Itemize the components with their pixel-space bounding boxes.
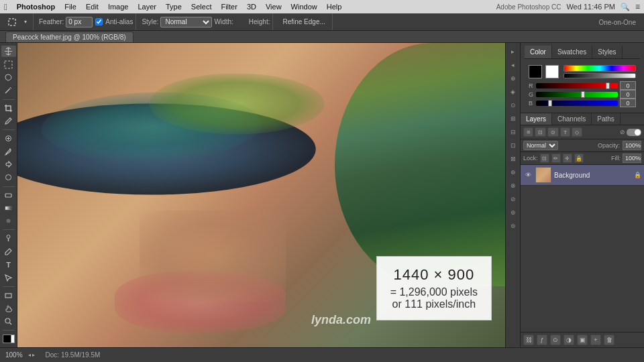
background-color-big[interactable] xyxy=(545,65,559,78)
new-fill-layer-btn[interactable]: ◑ xyxy=(564,335,574,345)
shape-tool[interactable] xyxy=(1,290,16,301)
style-select[interactable]: Normal Fixed Ratio Fixed Size xyxy=(160,17,212,27)
text-tool[interactable]: T xyxy=(1,259,16,270)
crop-tool[interactable] xyxy=(1,102,16,113)
r-slider-thumb[interactable] xyxy=(606,82,610,89)
tool-option-btn[interactable]: ▾ xyxy=(21,15,30,29)
delete-layer-btn[interactable]: 🗑 xyxy=(604,335,614,345)
anti-alias-checkbox[interactable] xyxy=(96,18,103,25)
link-layers-btn[interactable]: ⛓ xyxy=(523,335,534,345)
pen-tool[interactable] xyxy=(1,246,16,257)
menu-help[interactable]: Help xyxy=(323,0,346,13)
b-slider-track[interactable] xyxy=(536,101,618,106)
menu-image[interactable]: Image xyxy=(104,0,133,13)
menu-filter[interactable]: Filter xyxy=(217,0,241,13)
menu-photoshop[interactable]: Photoshop xyxy=(13,0,59,13)
lock-transparent-btn[interactable]: ⊡ xyxy=(540,154,549,163)
lasso-tool[interactable] xyxy=(1,72,16,83)
status-next-arrow[interactable]: ▸ xyxy=(32,352,35,358)
layer-filter-pixel[interactable]: ⊡ xyxy=(535,127,546,137)
tab-color[interactable]: Color xyxy=(525,46,552,58)
mini-btn-3[interactable]: ⊕ xyxy=(507,72,519,84)
b-value-input[interactable] xyxy=(620,99,636,107)
mini-btn-13[interactable]: ⊚ xyxy=(507,206,519,219)
tab-swatches[interactable]: Swatches xyxy=(552,46,592,58)
mini-btn-12[interactable]: ⊘ xyxy=(507,193,519,205)
g-value-input[interactable] xyxy=(620,90,636,99)
hand-tool[interactable] xyxy=(1,302,16,314)
lock-position-btn[interactable]: ✛ xyxy=(563,154,572,163)
mini-btn-14[interactable]: ⊜ xyxy=(507,220,519,232)
search-icon[interactable]: 🔍 xyxy=(621,3,630,11)
mini-btn-11[interactable]: ⊗ xyxy=(507,180,519,192)
feather-input[interactable] xyxy=(66,17,93,27)
menu-select[interactable]: Select xyxy=(187,0,216,13)
lock-image-btn[interactable]: ✏ xyxy=(551,154,561,163)
menu-window[interactable]: Window xyxy=(287,0,321,13)
layer-kind-filter[interactable]: ≡ xyxy=(523,127,533,137)
layer-background-item[interactable]: 👁 Background 🔒 xyxy=(521,165,644,186)
eraser-tool[interactable] xyxy=(1,189,16,200)
layer-filter-adj[interactable]: ⊙ xyxy=(547,127,559,137)
gradient-tool[interactable] xyxy=(1,202,16,214)
menu-edit[interactable]: Edit xyxy=(82,0,103,13)
tab-channels[interactable]: Channels xyxy=(552,113,592,125)
mini-btn-6[interactable]: ⊞ xyxy=(507,113,519,125)
mini-btn-5[interactable]: ⊙ xyxy=(507,99,519,111)
dodge-tool[interactable] xyxy=(1,233,16,244)
g-slider-track[interactable] xyxy=(536,92,618,97)
color-spectrum-bar[interactable] xyxy=(564,65,636,72)
mini-btn-9[interactable]: ⊠ xyxy=(507,153,519,165)
mini-btn-2[interactable]: ◂ xyxy=(507,59,519,71)
blend-mode-select[interactable]: Normal xyxy=(523,141,558,150)
menu-type[interactable]: Type xyxy=(162,0,186,13)
tab-styles[interactable]: Styles xyxy=(592,46,622,58)
menu-layer[interactable]: Layer xyxy=(133,0,160,13)
mini-btn-4[interactable]: ◈ xyxy=(507,86,519,98)
b-slider-thumb[interactable] xyxy=(548,100,552,107)
g-slider-thumb[interactable] xyxy=(581,91,585,98)
opacity-input[interactable] xyxy=(623,141,641,150)
path-selection-tool[interactable] xyxy=(1,272,16,283)
layer-visibility-toggle[interactable]: 👁 xyxy=(523,170,533,180)
clone-tool[interactable] xyxy=(1,159,16,170)
r-slider-track[interactable] xyxy=(536,83,618,88)
mini-btn-7[interactable]: ⊟ xyxy=(507,126,519,138)
document-tab[interactable]: Peacock feather.jpg @ 100% (RGB/8) xyxy=(5,32,133,42)
r-value-input[interactable] xyxy=(620,81,636,90)
blur-tool[interactable] xyxy=(1,215,16,227)
mini-btn-10[interactable]: ⊛ xyxy=(507,166,519,178)
menu-bars-icon[interactable]: ≡ xyxy=(635,2,640,11)
layer-mask-btn[interactable]: ⊙ xyxy=(550,335,561,345)
menu-3d[interactable]: 3D xyxy=(243,0,260,13)
marquee-tool-btn[interactable] xyxy=(5,15,19,29)
fill-input[interactable] xyxy=(623,154,641,163)
brush-tool[interactable] xyxy=(1,145,16,157)
refine-edge-btn[interactable]: Refine Edge... xyxy=(278,15,329,29)
eyedropper-tool[interactable] xyxy=(1,115,16,127)
healing-tool[interactable] xyxy=(1,133,16,144)
tab-paths[interactable]: Paths xyxy=(592,113,621,125)
layer-filter-shape[interactable]: ◇ xyxy=(572,127,582,137)
foreground-color-swatch[interactable] xyxy=(3,335,11,343)
magic-wand-tool[interactable] xyxy=(1,84,16,96)
brightness-bar[interactable] xyxy=(564,73,636,78)
mini-btn-1[interactable]: ▸ xyxy=(507,46,519,58)
new-group-btn[interactable]: ▣ xyxy=(577,335,588,345)
menu-view[interactable]: View xyxy=(262,0,286,13)
menu-file[interactable]: File xyxy=(60,0,80,13)
zoom-tool[interactable] xyxy=(1,315,16,326)
layer-style-btn[interactable]: ƒ xyxy=(537,335,547,345)
new-layer-btn[interactable]: + xyxy=(590,335,601,345)
foreground-background-colors[interactable] xyxy=(1,333,16,345)
mini-btn-8[interactable]: ⊡ xyxy=(507,139,519,152)
move-tool[interactable] xyxy=(1,46,16,57)
history-tool[interactable] xyxy=(1,172,16,183)
layer-filter-type[interactable]: T xyxy=(560,127,570,137)
status-prev-arrow[interactable]: ◂ xyxy=(28,352,31,358)
layer-filter-toggle[interactable] xyxy=(627,129,641,136)
foreground-color-big[interactable] xyxy=(529,65,542,78)
lock-all-btn[interactable]: 🔒 xyxy=(574,154,584,163)
tab-layers[interactable]: Layers xyxy=(521,113,552,125)
apple-menu[interactable]:  xyxy=(4,2,7,12)
